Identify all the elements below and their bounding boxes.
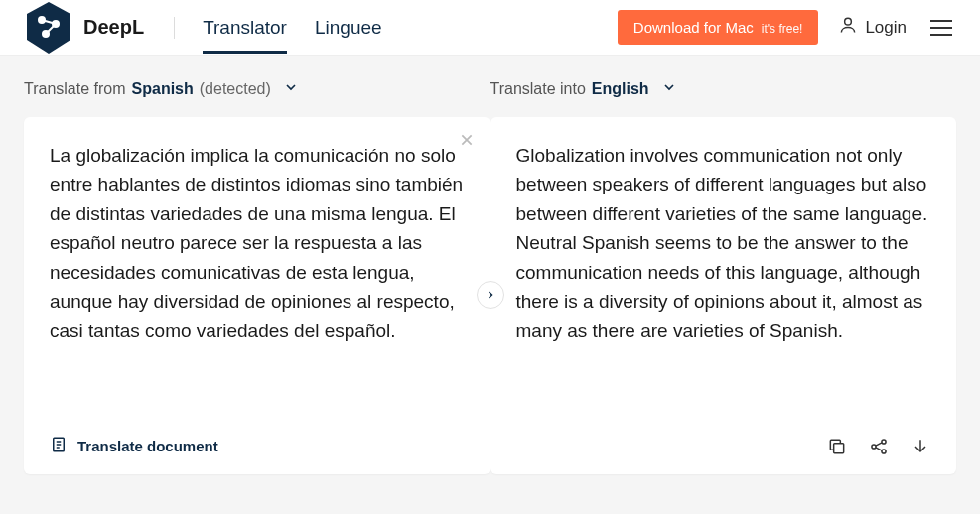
chevron-down-icon	[661, 79, 677, 99]
download-translation-button[interactable]	[910, 437, 930, 456]
source-text-input[interactable]: La globalización implica la comunicación…	[50, 141, 465, 428]
download-label: Download for Mac	[633, 19, 754, 36]
clear-source-button[interactable]	[459, 131, 475, 151]
svg-point-15	[882, 440, 886, 444]
target-actions	[516, 437, 931, 456]
source-language: Spanish	[132, 80, 194, 98]
user-icon	[838, 15, 858, 40]
header-right: Download for Mac it's free! Login	[618, 10, 956, 45]
target-column: Translate into English Globalization inv…	[490, 79, 957, 474]
brand-name: DeepL	[83, 16, 144, 39]
share-button[interactable]	[869, 437, 889, 456]
workspace: Translate from Spanish (detected) La glo…	[0, 56, 980, 498]
download-badge: it's free!	[762, 22, 803, 36]
source-detected: (detected)	[200, 80, 271, 98]
login-label: Login	[865, 18, 907, 38]
brand-logo[interactable]: DeepL	[24, 0, 144, 56]
app-header: DeepL Translator Linguee Download for Ma…	[0, 0, 980, 56]
download-button[interactable]: Download for Mac it's free!	[618, 10, 819, 45]
menu-icon[interactable]	[926, 16, 956, 40]
target-card: Globalization involves communication not…	[490, 117, 957, 474]
swap-languages-button[interactable]	[477, 281, 504, 309]
tab-linguee[interactable]: Linguee	[315, 3, 382, 53]
svg-point-6	[845, 18, 852, 25]
source-prefix: Translate from	[24, 80, 126, 98]
source-card: La globalización implica la comunicación…	[24, 117, 490, 474]
login-button[interactable]: Login	[838, 15, 907, 40]
translate-document-button[interactable]: Translate document	[50, 436, 465, 456]
document-icon	[50, 436, 68, 456]
tab-translator[interactable]: Translator	[203, 3, 287, 53]
target-prefix: Translate into	[490, 80, 586, 98]
source-column: Translate from Spanish (detected) La glo…	[24, 79, 490, 474]
main-tabs: Translator Linguee	[203, 3, 381, 53]
source-language-selector[interactable]: Translate from Spanish (detected)	[24, 79, 490, 99]
logo-icon	[24, 0, 73, 56]
svg-line-17	[876, 443, 882, 446]
header-divider	[174, 17, 175, 39]
translate-document-label: Translate document	[77, 438, 218, 454]
svg-point-14	[872, 445, 876, 449]
target-text-output[interactable]: Globalization involves communication not…	[516, 141, 931, 429]
target-language-selector[interactable]: Translate into English	[490, 79, 957, 99]
svg-marker-0	[27, 2, 70, 54]
copy-button[interactable]	[827, 437, 847, 456]
target-language: English	[592, 80, 649, 98]
svg-rect-13	[834, 444, 844, 453]
chevron-down-icon	[283, 79, 299, 99]
svg-line-18	[876, 448, 882, 450]
svg-point-16	[882, 450, 886, 453]
